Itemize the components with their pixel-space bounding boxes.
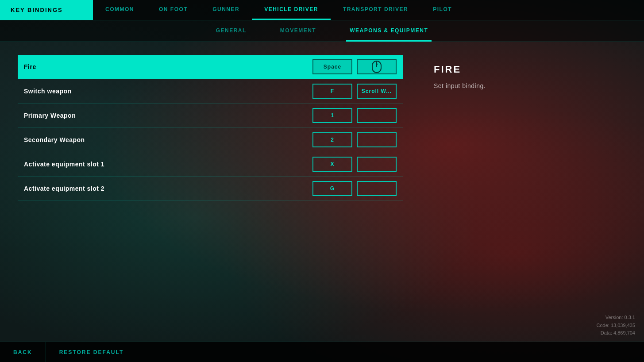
- info-description: Set input binding.: [434, 82, 613, 89]
- binding-label-secondary-weapon: Secondary Weapon: [24, 136, 312, 143]
- sub-tab-general[interactable]: GENERAL: [212, 20, 250, 42]
- binding-label-switch-weapon: Switch weapon: [24, 88, 312, 95]
- key-binds-primary-weapon: 1: [312, 108, 397, 123]
- sub-tab-weapons-equipment[interactable]: WEAPONS & EQUIPMENT: [346, 20, 432, 42]
- binding-label-activate-slot-2: Activate equipment slot 2: [24, 185, 312, 192]
- binding-label-activate-slot-1: Activate equipment slot 1: [24, 161, 312, 168]
- key-btn-switch-weapon-1[interactable]: F: [312, 84, 352, 99]
- key-binds-switch-weapon: F Scroll W...: [312, 84, 397, 99]
- tab-transport-driver[interactable]: TRANSPORT DRIVER: [331, 0, 420, 20]
- key-btn-activate-slot-1-2[interactable]: [357, 157, 397, 172]
- binding-row-primary-weapon[interactable]: Primary Weapon 1: [18, 104, 403, 128]
- key-btn-fire-2[interactable]: [357, 59, 397, 74]
- tab-common[interactable]: COMMON: [93, 0, 147, 20]
- bindings-panel: Fire Space S: [18, 55, 403, 328]
- binding-row-activate-slot-2[interactable]: Activate equipment slot 2 G: [18, 177, 403, 201]
- key-btn-activate-slot-1-1[interactable]: X: [312, 157, 352, 172]
- mouse-icon: [372, 61, 382, 73]
- nav-title-text: KEY BINDINGS: [11, 7, 63, 13]
- binding-row-activate-slot-1[interactable]: Activate equipment slot 1 X: [18, 152, 403, 177]
- tab-on-foot[interactable]: ON FOOT: [147, 0, 200, 20]
- info-panel: FIRE Set input binding.: [420, 55, 626, 328]
- nav-title: KEY BINDINGS: [0, 0, 93, 20]
- tab-gunner[interactable]: GUNNER: [200, 0, 252, 20]
- main-content: Fire Space S: [0, 42, 644, 342]
- key-btn-secondary-weapon-1[interactable]: 2: [312, 132, 352, 147]
- svg-point-2: [376, 63, 378, 65]
- key-binds-activate-slot-2: G: [312, 181, 397, 196]
- binding-row-fire[interactable]: Fire Space: [18, 55, 403, 79]
- sub-tab-movement[interactable]: MOVEMENT: [277, 20, 320, 42]
- key-btn-secondary-weapon-2[interactable]: [357, 132, 397, 147]
- key-btn-activate-slot-2-1[interactable]: G: [312, 181, 352, 196]
- binding-label-fire: Fire: [24, 63, 312, 70]
- binding-label-primary-weapon: Primary Weapon: [24, 112, 312, 119]
- tab-vehicle-driver[interactable]: VEHICLE DRIVER: [252, 0, 331, 20]
- sub-nav: GENERAL MOVEMENT WEAPONS & EQUIPMENT: [0, 20, 644, 42]
- key-binds-fire: Space: [312, 59, 397, 74]
- key-btn-activate-slot-2-2[interactable]: [357, 181, 397, 196]
- binding-row-switch-weapon[interactable]: Switch weapon F Scroll W...: [18, 79, 403, 104]
- bottom-bar: BACK RESTORE DEFAULT: [0, 342, 644, 362]
- key-btn-primary-weapon-2[interactable]: [357, 108, 397, 123]
- key-binds-secondary-weapon: 2: [312, 132, 397, 147]
- key-btn-switch-weapon-2[interactable]: Scroll W...: [357, 84, 397, 99]
- key-binds-activate-slot-1: X: [312, 157, 397, 172]
- key-btn-fire-1[interactable]: Space: [312, 59, 352, 74]
- info-title: FIRE: [434, 64, 613, 75]
- back-button[interactable]: BACK: [0, 342, 46, 362]
- restore-default-button[interactable]: RESTORE DEFAULT: [46, 342, 138, 362]
- binding-row-secondary-weapon[interactable]: Secondary Weapon 2: [18, 128, 403, 152]
- nav-tabs: COMMON ON FOOT GUNNER VEHICLE DRIVER TRA…: [93, 0, 644, 20]
- ui-layer: KEY BINDINGS COMMON ON FOOT GUNNER VEHIC…: [0, 0, 644, 362]
- top-nav: KEY BINDINGS COMMON ON FOOT GUNNER VEHIC…: [0, 0, 644, 20]
- key-btn-primary-weapon-1[interactable]: 1: [312, 108, 352, 123]
- tab-pilot[interactable]: PILOT: [420, 0, 464, 20]
